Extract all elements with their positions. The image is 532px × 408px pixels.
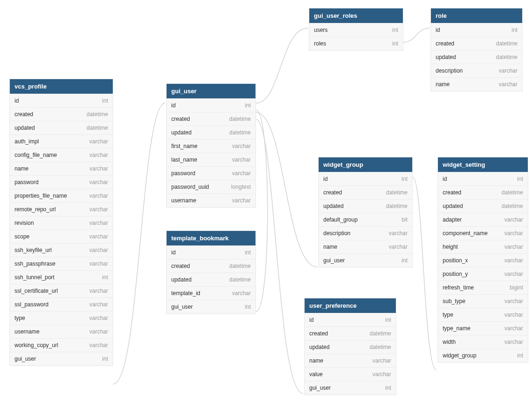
- table-row[interactable]: idint: [10, 94, 113, 107]
- column-name: description: [323, 230, 350, 237]
- column-name: name: [15, 165, 29, 172]
- table-row[interactable]: properties_file_namevarchar: [10, 189, 113, 202]
- table-row[interactable]: typevarchar: [438, 308, 528, 321]
- rel-user-preference-gui-user: [256, 119, 303, 393]
- column-type: varchar: [504, 244, 523, 250]
- column-type: varchar: [232, 170, 251, 177]
- table-row[interactable]: usernamevarchar: [10, 325, 113, 338]
- table-row[interactable]: createddatetime: [167, 112, 255, 126]
- table-row[interactable]: createddatetime: [167, 259, 255, 273]
- table-row[interactable]: namevarchar: [305, 354, 396, 367]
- table-row[interactable]: ssh_keyfile_urlvarchar: [10, 243, 113, 257]
- table-row[interactable]: updateddatetime: [167, 273, 255, 286]
- table-row[interactable]: gui_userint: [10, 352, 113, 365]
- table-row[interactable]: default_groupbit: [319, 213, 412, 226]
- column-name: template_id: [171, 290, 200, 297]
- table-row[interactable]: rolesint: [309, 37, 403, 50]
- table-row[interactable]: idint: [431, 23, 522, 37]
- table-row[interactable]: auth_implvarchar: [10, 134, 113, 148]
- table-row[interactable]: updateddatetime: [305, 340, 396, 354]
- column-name: last_name: [171, 156, 197, 163]
- table-row[interactable]: idint: [319, 172, 412, 185]
- table-header-role[interactable]: role: [431, 8, 522, 23]
- table-row[interactable]: remote_repo_urlvarchar: [10, 202, 113, 216]
- table-row[interactable]: gui_userint: [305, 381, 396, 394]
- table-header-template_bookmark[interactable]: template_bookmark: [167, 231, 255, 245]
- table-row[interactable]: valuevarchar: [305, 367, 396, 381]
- column-name: roles: [314, 40, 326, 47]
- column-name: remote_repo_url: [15, 206, 56, 213]
- table-row[interactable]: heightvarchar: [438, 240, 528, 253]
- table-widget_group[interactable]: widget_groupidintcreateddatetimeupdatedd…: [318, 157, 413, 267]
- table-row[interactable]: createddatetime: [431, 37, 522, 50]
- table-row[interactable]: adaptervarchar: [438, 213, 528, 226]
- table-row[interactable]: idint: [438, 172, 528, 185]
- column-type: varchar: [372, 357, 391, 364]
- table-template_bookmark[interactable]: template_bookmarkidintcreateddatetimeupd…: [166, 230, 256, 314]
- table-row[interactable]: createddatetime: [438, 185, 528, 199]
- table-row[interactable]: usersint: [309, 23, 403, 37]
- column-type: int: [392, 27, 398, 33]
- table-row[interactable]: sub_typevarchar: [438, 294, 528, 308]
- table-row[interactable]: ssl_certificate_urlvarchar: [10, 284, 113, 297]
- table-widget_setting[interactable]: widget_settingidintcreateddatetimeupdate…: [437, 157, 528, 363]
- column-type: varchar: [232, 290, 251, 297]
- table-row[interactable]: createddatetime: [319, 185, 412, 199]
- table-row[interactable]: gui_userint: [319, 253, 412, 267]
- table-gui_user[interactable]: gui_useridintcreateddatetimeupdateddatet…: [166, 83, 256, 208]
- table-row[interactable]: passwordvarchar: [10, 175, 113, 189]
- table-row[interactable]: position_yvarchar: [438, 267, 528, 281]
- table-row[interactable]: descriptionvarchar: [319, 226, 412, 240]
- table-gui_user_roles[interactable]: gui_user_rolesusersintrolesint: [309, 8, 403, 51]
- table-row[interactable]: createddatetime: [305, 326, 396, 340]
- column-type: varchar: [89, 220, 108, 226]
- table-row[interactable]: createddatetime: [10, 107, 113, 121]
- table-row[interactable]: ssh_passphrasevarchar: [10, 257, 113, 270]
- table-row[interactable]: widget_groupint: [438, 349, 528, 362]
- table-row[interactable]: usernamevarchar: [167, 193, 255, 207]
- table-row[interactable]: updateddatetime: [319, 199, 412, 213]
- table-header-user_preference[interactable]: user_preference: [305, 298, 396, 313]
- column-type: int: [385, 385, 391, 391]
- column-type: int: [392, 40, 398, 47]
- table-row[interactable]: first_namevarchar: [167, 139, 255, 153]
- table-row[interactable]: last_namevarchar: [167, 153, 255, 166]
- table-header-vcs_profile[interactable]: vcs_profile: [10, 79, 113, 94]
- table-row[interactable]: updateddatetime: [10, 121, 113, 134]
- table-row[interactable]: namevarchar: [10, 162, 113, 175]
- table-row[interactable]: idint: [167, 245, 255, 259]
- table-header-gui_user[interactable]: gui_user: [167, 84, 255, 98]
- column-type: int: [245, 249, 251, 256]
- table-row[interactable]: updateddatetime: [431, 50, 522, 64]
- table-row[interactable]: widthvarchar: [438, 335, 528, 349]
- table-row[interactable]: typevarchar: [10, 311, 113, 325]
- table-row[interactable]: namevarchar: [431, 77, 522, 91]
- table-header-gui_user_roles[interactable]: gui_user_roles: [309, 8, 403, 23]
- table-row[interactable]: gui_userint: [167, 300, 255, 313]
- table-user_preference[interactable]: user_preferenceidintcreateddatetimeupdat…: [304, 298, 396, 395]
- table-row[interactable]: scopevarchar: [10, 230, 113, 243]
- table-role[interactable]: roleidintcreateddatetimeupdateddatetimed…: [430, 8, 523, 91]
- table-row[interactable]: ssl_passwordvarchar: [10, 297, 113, 311]
- table-row[interactable]: working_copy_urlvarchar: [10, 338, 113, 352]
- table-header-widget_group[interactable]: widget_group: [319, 157, 412, 172]
- table-row[interactable]: component_namevarchar: [438, 226, 528, 240]
- table-row[interactable]: type_namevarchar: [438, 321, 528, 335]
- table-row[interactable]: config_file_namevarchar: [10, 148, 113, 162]
- table-row[interactable]: ssh_tunnel_portint: [10, 270, 113, 284]
- table-row[interactable]: updateddatetime: [167, 126, 255, 139]
- table-row[interactable]: idint: [167, 98, 255, 112]
- table-row[interactable]: namevarchar: [319, 240, 412, 253]
- table-row[interactable]: updateddatetime: [438, 199, 528, 213]
- column-name: id: [436, 27, 440, 33]
- table-vcs_profile[interactable]: vcs_profileidintcreateddatetimeupdatedda…: [9, 79, 113, 366]
- table-row[interactable]: template_idvarchar: [167, 286, 255, 300]
- table-row[interactable]: revisionvarchar: [10, 216, 113, 230]
- table-row[interactable]: passwordvarchar: [167, 166, 255, 180]
- table-row[interactable]: password_uuidlongtext: [167, 180, 255, 193]
- table-row[interactable]: position_xvarchar: [438, 253, 528, 267]
- table-row[interactable]: idint: [305, 313, 396, 326]
- table-row[interactable]: refresh_timebigint: [438, 281, 528, 294]
- table-row[interactable]: descriptionvarchar: [431, 64, 522, 77]
- table-header-widget_setting[interactable]: widget_setting: [438, 157, 528, 172]
